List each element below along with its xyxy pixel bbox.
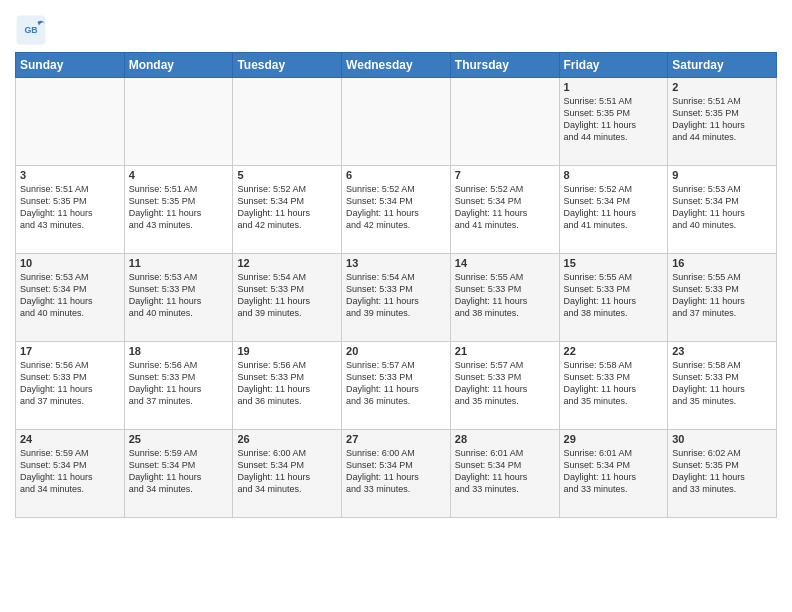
calendar-cell: 23Sunrise: 5:58 AM Sunset: 5:33 PM Dayli… [668,342,777,430]
calendar-cell [233,78,342,166]
day-info: Sunrise: 5:52 AM Sunset: 5:34 PM Dayligh… [455,183,555,232]
day-info: Sunrise: 5:57 AM Sunset: 5:33 PM Dayligh… [455,359,555,408]
day-number: 2 [672,81,772,93]
calendar-cell: 2Sunrise: 5:51 AM Sunset: 5:35 PM Daylig… [668,78,777,166]
day-info: Sunrise: 5:54 AM Sunset: 5:33 PM Dayligh… [237,271,337,320]
calendar-cell [342,78,451,166]
calendar-cell: 14Sunrise: 5:55 AM Sunset: 5:33 PM Dayli… [450,254,559,342]
day-info: Sunrise: 5:52 AM Sunset: 5:34 PM Dayligh… [564,183,664,232]
day-number: 16 [672,257,772,269]
day-number: 11 [129,257,229,269]
day-number: 18 [129,345,229,357]
calendar-cell: 16Sunrise: 5:55 AM Sunset: 5:33 PM Dayli… [668,254,777,342]
day-number: 26 [237,433,337,445]
calendar-week-5: 24Sunrise: 5:59 AM Sunset: 5:34 PM Dayli… [16,430,777,518]
page: GB SundayMondayTuesdayWednesdayThursdayF… [0,0,792,612]
day-number: 6 [346,169,446,181]
day-number: 27 [346,433,446,445]
calendar-cell: 12Sunrise: 5:54 AM Sunset: 5:33 PM Dayli… [233,254,342,342]
day-info: Sunrise: 5:55 AM Sunset: 5:33 PM Dayligh… [455,271,555,320]
day-info: Sunrise: 5:55 AM Sunset: 5:33 PM Dayligh… [564,271,664,320]
day-number: 22 [564,345,664,357]
logo: GB [15,14,51,46]
day-info: Sunrise: 6:00 AM Sunset: 5:34 PM Dayligh… [237,447,337,496]
day-number: 19 [237,345,337,357]
day-number: 14 [455,257,555,269]
calendar-cell: 11Sunrise: 5:53 AM Sunset: 5:33 PM Dayli… [124,254,233,342]
day-number: 3 [20,169,120,181]
day-info: Sunrise: 5:59 AM Sunset: 5:34 PM Dayligh… [20,447,120,496]
day-info: Sunrise: 6:01 AM Sunset: 5:34 PM Dayligh… [564,447,664,496]
calendar-cell: 13Sunrise: 5:54 AM Sunset: 5:33 PM Dayli… [342,254,451,342]
day-info: Sunrise: 5:53 AM Sunset: 5:33 PM Dayligh… [129,271,229,320]
day-info: Sunrise: 5:54 AM Sunset: 5:33 PM Dayligh… [346,271,446,320]
calendar-week-4: 17Sunrise: 5:56 AM Sunset: 5:33 PM Dayli… [16,342,777,430]
calendar-header-thursday: Thursday [450,53,559,78]
day-number: 17 [20,345,120,357]
day-info: Sunrise: 5:51 AM Sunset: 5:35 PM Dayligh… [129,183,229,232]
calendar-cell: 26Sunrise: 6:00 AM Sunset: 5:34 PM Dayli… [233,430,342,518]
calendar-cell [16,78,125,166]
calendar-cell: 9Sunrise: 5:53 AM Sunset: 5:34 PM Daylig… [668,166,777,254]
calendar-cell [124,78,233,166]
calendar-cell: 5Sunrise: 5:52 AM Sunset: 5:34 PM Daylig… [233,166,342,254]
day-info: Sunrise: 6:00 AM Sunset: 5:34 PM Dayligh… [346,447,446,496]
calendar-cell: 10Sunrise: 5:53 AM Sunset: 5:34 PM Dayli… [16,254,125,342]
day-info: Sunrise: 5:55 AM Sunset: 5:33 PM Dayligh… [672,271,772,320]
calendar-cell: 17Sunrise: 5:56 AM Sunset: 5:33 PM Dayli… [16,342,125,430]
day-info: Sunrise: 5:58 AM Sunset: 5:33 PM Dayligh… [672,359,772,408]
calendar-cell: 30Sunrise: 6:02 AM Sunset: 5:35 PM Dayli… [668,430,777,518]
day-info: Sunrise: 5:52 AM Sunset: 5:34 PM Dayligh… [237,183,337,232]
calendar-cell: 15Sunrise: 5:55 AM Sunset: 5:33 PM Dayli… [559,254,668,342]
day-info: Sunrise: 5:56 AM Sunset: 5:33 PM Dayligh… [20,359,120,408]
day-info: Sunrise: 5:52 AM Sunset: 5:34 PM Dayligh… [346,183,446,232]
day-info: Sunrise: 5:51 AM Sunset: 5:35 PM Dayligh… [672,95,772,144]
calendar-cell: 3Sunrise: 5:51 AM Sunset: 5:35 PM Daylig… [16,166,125,254]
day-info: Sunrise: 6:01 AM Sunset: 5:34 PM Dayligh… [455,447,555,496]
day-info: Sunrise: 5:51 AM Sunset: 5:35 PM Dayligh… [20,183,120,232]
calendar-cell: 8Sunrise: 5:52 AM Sunset: 5:34 PM Daylig… [559,166,668,254]
day-number: 12 [237,257,337,269]
calendar-cell: 21Sunrise: 5:57 AM Sunset: 5:33 PM Dayli… [450,342,559,430]
calendar-header-saturday: Saturday [668,53,777,78]
day-info: Sunrise: 5:53 AM Sunset: 5:34 PM Dayligh… [20,271,120,320]
calendar-cell: 4Sunrise: 5:51 AM Sunset: 5:35 PM Daylig… [124,166,233,254]
day-info: Sunrise: 5:58 AM Sunset: 5:33 PM Dayligh… [564,359,664,408]
day-number: 25 [129,433,229,445]
day-number: 21 [455,345,555,357]
header: GB [15,10,777,46]
day-info: Sunrise: 5:56 AM Sunset: 5:33 PM Dayligh… [129,359,229,408]
calendar-cell: 28Sunrise: 6:01 AM Sunset: 5:34 PM Dayli… [450,430,559,518]
calendar-header-tuesday: Tuesday [233,53,342,78]
calendar-week-3: 10Sunrise: 5:53 AM Sunset: 5:34 PM Dayli… [16,254,777,342]
calendar-week-1: 1Sunrise: 5:51 AM Sunset: 5:35 PM Daylig… [16,78,777,166]
calendar-cell: 19Sunrise: 5:56 AM Sunset: 5:33 PM Dayli… [233,342,342,430]
day-number: 7 [455,169,555,181]
calendar-cell: 29Sunrise: 6:01 AM Sunset: 5:34 PM Dayli… [559,430,668,518]
calendar-cell: 7Sunrise: 5:52 AM Sunset: 5:34 PM Daylig… [450,166,559,254]
day-info: Sunrise: 5:53 AM Sunset: 5:34 PM Dayligh… [672,183,772,232]
calendar-cell: 18Sunrise: 5:56 AM Sunset: 5:33 PM Dayli… [124,342,233,430]
day-number: 1 [564,81,664,93]
day-info: Sunrise: 5:57 AM Sunset: 5:33 PM Dayligh… [346,359,446,408]
calendar-cell: 27Sunrise: 6:00 AM Sunset: 5:34 PM Dayli… [342,430,451,518]
day-number: 30 [672,433,772,445]
calendar-header-friday: Friday [559,53,668,78]
calendar-cell: 1Sunrise: 5:51 AM Sunset: 5:35 PM Daylig… [559,78,668,166]
day-info: Sunrise: 5:59 AM Sunset: 5:34 PM Dayligh… [129,447,229,496]
calendar-week-2: 3Sunrise: 5:51 AM Sunset: 5:35 PM Daylig… [16,166,777,254]
day-number: 29 [564,433,664,445]
calendar-cell: 6Sunrise: 5:52 AM Sunset: 5:34 PM Daylig… [342,166,451,254]
day-number: 15 [564,257,664,269]
day-number: 24 [20,433,120,445]
day-info: Sunrise: 6:02 AM Sunset: 5:35 PM Dayligh… [672,447,772,496]
calendar-header-row: SundayMondayTuesdayWednesdayThursdayFrid… [16,53,777,78]
day-number: 8 [564,169,664,181]
day-number: 13 [346,257,446,269]
svg-text:GB: GB [24,25,37,35]
calendar-cell: 22Sunrise: 5:58 AM Sunset: 5:33 PM Dayli… [559,342,668,430]
day-number: 23 [672,345,772,357]
day-number: 5 [237,169,337,181]
calendar: SundayMondayTuesdayWednesdayThursdayFrid… [15,52,777,518]
day-info: Sunrise: 5:56 AM Sunset: 5:33 PM Dayligh… [237,359,337,408]
